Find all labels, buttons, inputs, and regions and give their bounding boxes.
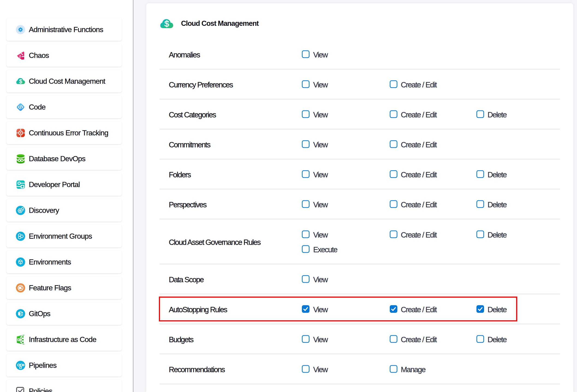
svg-text:$: $ (19, 78, 22, 84)
svg-text:$: $ (164, 19, 169, 29)
